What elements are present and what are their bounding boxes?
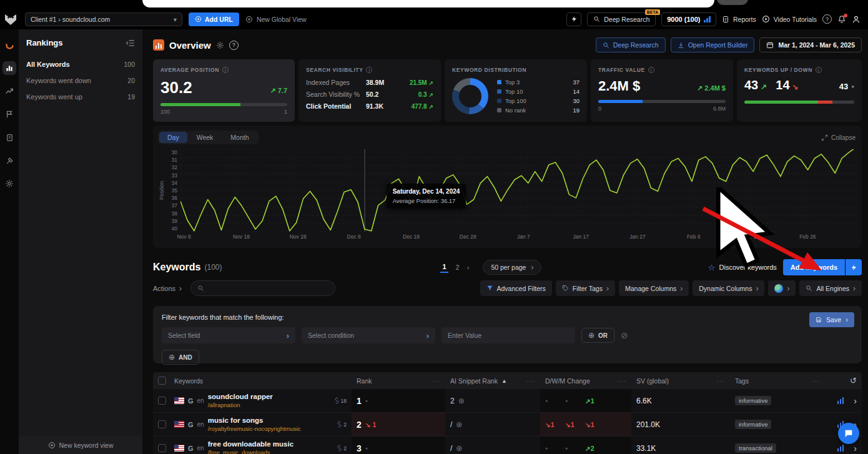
keyword-search-input[interactable] [209,285,328,292]
tracked-url-link-icon[interactable]: 18 [333,397,347,404]
info-icon[interactable]: i [816,67,822,73]
filter-field-select[interactable]: Select field › [162,327,295,343]
save-filter-button[interactable]: Save › [809,312,854,327]
y-tick-label: 38 [172,210,177,217]
dynamic-columns-button[interactable]: Dynamic Columns › [693,280,764,296]
traffic-value-panel: TRAFFIC VALUEi 2.4M $ ↗ 2.4M $ 06.8M [591,59,733,122]
chat-widget-button[interactable] [838,423,859,444]
column-menu-icon[interactable]: ··· [618,377,626,385]
keyword-name[interactable]: music for songs [208,417,301,424]
keyword-url[interactable]: /allrapnation [208,402,273,408]
client-selector[interactable]: Client #1 › soundcloud.com ▾ [25,12,182,26]
info-icon[interactable]: i [648,67,654,73]
keyword-chart-icon[interactable] [837,445,844,452]
sidebar-collapse-icon[interactable] [126,39,135,47]
no-change-dot-icon: ● [851,84,854,89]
tab-day[interactable]: Day [159,132,187,143]
rankings-icon[interactable] [2,61,16,75]
deep-research-overview-button[interactable]: Deep Research [596,37,666,52]
keyword-url[interactable]: /free_music_downloads [208,449,293,454]
select-all-checkbox[interactable] [158,377,166,385]
reports-nav-icon[interactable] [2,131,16,144]
sidebar-item[interactable]: Keywords went up 19 [26,90,135,104]
chevron-right-icon: › [680,284,683,293]
info-icon[interactable]: i [366,67,372,73]
tracked-url-link-icon[interactable]: 2 [336,421,347,428]
row-checkbox[interactable] [158,444,166,452]
column-menu-icon[interactable]: ··· [526,377,535,385]
credits-counter[interactable]: 9000 (100) [661,12,716,26]
keyword-search[interactable] [190,280,335,296]
keyword-name[interactable]: free downloadable music [208,440,293,448]
sidebar-item[interactable]: All Keywords 100 [26,57,135,71]
reports-button[interactable]: Reports [722,16,756,23]
sidebar-item-count: 20 [127,77,135,84]
tab-month[interactable]: Month [222,132,257,143]
open-report-builder-button[interactable]: Open Report Builder [671,37,755,52]
keyword-chart-icon[interactable] [837,397,844,404]
row-checkbox[interactable] [158,397,166,405]
browser-control [717,0,748,5]
table-row[interactable]: G en soundcloud rapper /allrapnation 18 … [153,389,862,413]
and-condition-button[interactable]: ⊕ AND [162,350,199,365]
y-tick-label: 40 [172,225,177,232]
or-condition-button[interactable]: ⊕ OR [581,328,614,343]
google-engine-icon: G [188,421,194,428]
account-icon[interactable] [852,15,861,24]
filter-value-input[interactable] [441,327,575,343]
rank-down-change: ↘1 [565,421,581,428]
keyword-tag[interactable]: transactional [735,443,776,453]
manage-columns-button[interactable]: Manage Columns › [619,280,689,296]
filter-condition-select[interactable]: Select condition › [302,327,435,343]
browser-address-bar [142,0,714,7]
overview-settings-icon[interactable] [216,41,224,49]
column-menu-icon[interactable]: ··· [811,377,820,385]
chart-plot-area[interactable]: Saturday, Dec 14, 2024 Average Position:… [180,149,856,232]
help-icon[interactable]: ? [822,14,832,24]
add-url-button[interactable]: Add URL [189,12,239,26]
row-expand-chevron[interactable]: › [854,396,857,406]
sort-asc-icon[interactable]: ▲ [501,378,507,384]
reset-columns-icon[interactable]: ↺ [850,376,857,385]
site-audit-icon[interactable] [2,107,16,121]
dashboard-icon[interactable] [2,38,16,52]
new-global-view-button[interactable]: New Global View [245,16,307,23]
keyword-tag[interactable]: informative [735,420,771,429]
chevron-right-icon: › [787,284,789,293]
quick-actions-button[interactable] [566,12,581,26]
table-row[interactable]: G en free downloadable music /free_music… [153,437,862,454]
notifications-button[interactable] [837,15,846,24]
actions-menu[interactable]: Actions › [153,284,182,293]
new-keyword-view-button[interactable]: New keyword view [19,437,142,454]
collapse-chart-button[interactable]: Collapse [821,134,856,141]
locale-selector-button[interactable]: › [768,280,796,296]
date-range-picker[interactable]: Mar 1, 2024 - Mar 6, 2025 [759,37,862,52]
filter-tags-button[interactable]: Filter Tags › [556,280,615,296]
overview-help-icon[interactable]: ? [229,41,239,50]
tab-week[interactable]: Week [189,132,222,143]
ai-snippet-rank-value: / [450,444,452,453]
sidebar-item[interactable]: Keywords went down 20 [26,74,135,87]
trends-icon[interactable] [2,84,16,98]
y-tick-label: 35 [172,187,177,194]
tracked-url-link-icon[interactable]: 2 [336,445,347,452]
column-menu-icon[interactable]: ··· [432,377,440,385]
deep-research-button[interactable]: Deep Research BETA [587,12,656,26]
chat-icon [844,428,854,438]
column-menu-icon[interactable]: ··· [716,377,725,385]
rank-up-change: ↗2 [585,445,601,452]
table-row[interactable]: G en music for songs /royaltyfreemusic-n… [153,413,862,437]
search-visibility-row: Indexed Pages 38.9M 21.5M ↗ [306,79,433,86]
info-icon[interactable]: i [222,67,229,73]
all-engines-button[interactable]: All Engines › [799,280,862,296]
tools-icon[interactable] [2,154,16,167]
settings-icon[interactable] [2,177,16,190]
row-expand-chevron[interactable]: › [854,443,857,453]
advanced-filters-button[interactable]: Advanced Filters [480,280,552,296]
keyword-tag[interactable]: informative [735,396,771,405]
remove-condition-icon[interactable]: ⊘ [621,330,628,340]
keyword-name[interactable]: soundcloud rapper [208,393,273,400]
keyword-url[interactable]: /royaltyfreemusic-nocopyrightmusic [208,425,301,432]
row-checkbox[interactable] [158,420,166,428]
video-tutorials-button[interactable]: Video Tutorials [762,15,817,23]
